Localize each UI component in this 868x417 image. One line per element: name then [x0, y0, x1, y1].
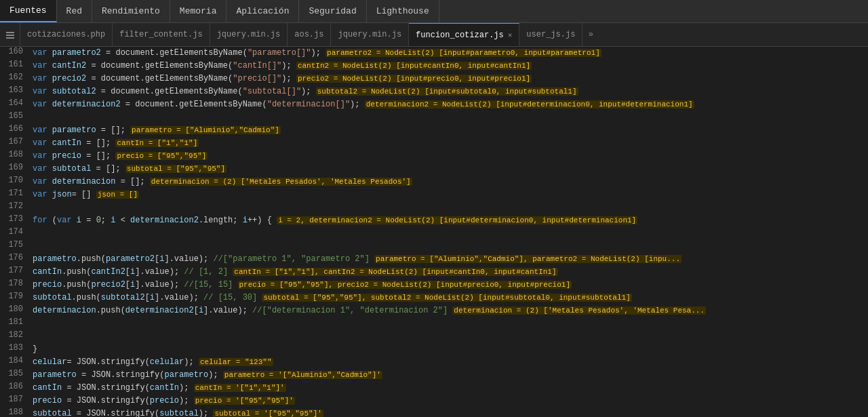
nav-fuentes[interactable]: Fuentes [0, 0, 57, 22]
line-code: subtotal = JSON.stringify(subtotal); sub… [30, 408, 868, 417]
line-number: 182 [5, 330, 30, 343]
table-row: 179 subtotal.push(subtotal2[i].value); /… [5, 292, 868, 304]
close-tab-icon[interactable]: ✕ [508, 31, 513, 39]
table-row: 184 celular= JSON.stringify(celular); ce… [5, 356, 868, 369]
table-row: 188 subtotal = JSON.stringify(subtotal);… [5, 408, 868, 417]
file-tabs: cotizaciones.php filter_content.js jquer… [0, 23, 868, 47]
table-row: 173 for (var i = 0; i < determinacion2.l… [5, 214, 868, 227]
table-row: 163 var subtotal2 = document.getElements… [5, 85, 868, 98]
line-code: determinacion.push(determinacion2[i].val… [30, 304, 868, 317]
line-number: 165 [5, 111, 30, 124]
tab-user-js[interactable]: user_js.js [519, 23, 583, 46]
line-number: 168 [5, 150, 30, 163]
line-number: 171 [5, 188, 30, 201]
line-number: 173 [5, 214, 30, 227]
line-code: precio.push(precio2[i].value); //[15, 15… [30, 279, 868, 292]
line-number: 170 [5, 176, 30, 188]
line-code [30, 330, 868, 343]
nav-memoria[interactable]: Memoria [170, 0, 227, 22]
line-code [30, 317, 868, 330]
line-code [30, 111, 868, 124]
line-code: } [30, 343, 868, 356]
line-number: 169 [5, 163, 30, 176]
line-code: var subtotal2 = document.getElementsByNa… [30, 85, 868, 98]
table-row: 172 [5, 201, 868, 214]
table-row: 181 [5, 317, 868, 330]
sidebar-toggle-icon[interactable] [0, 23, 20, 47]
line-number: 179 [5, 292, 30, 304]
table-row: 174 [5, 227, 868, 240]
nav-lighthouse[interactable]: Lighthouse [367, 0, 439, 22]
top-nav: Fuentes Red Rendimiento Memoria Aplicaci… [0, 0, 868, 23]
tab-jquery-min-1[interactable]: jquery.min.js [210, 23, 288, 46]
line-code: var determinacion2 = document.getElement… [30, 98, 868, 111]
table-row: 176 parametro.push(parametro2[i].value);… [5, 253, 868, 266]
line-number: 172 [5, 201, 30, 214]
line-number: 167 [5, 137, 30, 150]
table-row: 167 var cantIn = []; cantIn = ["1","1"] [5, 137, 868, 150]
line-code: parametro = JSON.stringify(parametro); p… [30, 369, 868, 382]
table-row: 180 determinacion.push(determinacion2[i]… [5, 304, 868, 317]
line-number: 180 [5, 304, 30, 317]
nav-rendimiento[interactable]: Rendimiento [92, 0, 170, 22]
table-row: 186 cantIn = JSON.stringify(cantIn); can… [5, 382, 868, 395]
tab-jquery-min-2[interactable]: jquery.min.js [331, 23, 409, 46]
table-row: 182 [5, 330, 868, 343]
nav-seguridad[interactable]: Seguridad [299, 0, 366, 22]
tab-filter-content[interactable]: filter_content.js [113, 23, 210, 46]
nav-red[interactable]: Red [57, 0, 92, 22]
line-number: 160 [5, 47, 30, 60]
line-code: var parametro2 = document.getElementsByN… [30, 47, 868, 60]
table-row: 177 cantIn.push(cantIn2[i].value); // [1… [5, 266, 868, 279]
line-code: var json= [] json = [] [30, 188, 868, 201]
line-number: 188 [5, 408, 30, 417]
svg-rect-0 [6, 32, 14, 33]
table-row: 183 } [5, 343, 868, 356]
line-number: 177 [5, 266, 30, 279]
line-number: 181 [5, 317, 30, 330]
line-code: precio = JSON.stringify(precio); precio … [30, 395, 868, 408]
line-number: 187 [5, 395, 30, 408]
table-row: 165 [5, 111, 868, 124]
table-row: 187 precio = JSON.stringify(precio); pre… [5, 395, 868, 408]
code-area: 160 var parametro2 = document.getElement… [0, 47, 868, 417]
table-row: 175 [5, 240, 868, 253]
line-number: 162 [5, 73, 30, 85]
svg-rect-1 [6, 35, 14, 36]
line-code: celular= JSON.stringify(celular); celula… [30, 356, 868, 369]
code-content[interactable]: 160 var parametro2 = document.getElement… [0, 47, 868, 417]
table-row: 169 var subtotal = []; subtotal = ["95",… [5, 163, 868, 176]
tab-aos[interactable]: aos.js [288, 23, 331, 46]
tab-funcion-cotizar-label: funcion_cotizar.js [416, 31, 504, 40]
line-code: var precio = []; precio = ["95","95"] [30, 150, 868, 163]
line-code: parametro.push(parametro2[i].value); //[… [30, 253, 868, 266]
line-number: 175 [5, 240, 30, 253]
line-number: 163 [5, 85, 30, 98]
table-row: 168 var precio = []; precio = ["95","95"… [5, 150, 868, 163]
line-number: 186 [5, 382, 30, 395]
line-number: 161 [5, 60, 30, 73]
line-number: 185 [5, 369, 30, 382]
line-number: 183 [5, 343, 30, 356]
line-number: 176 [5, 253, 30, 266]
line-code: var precio2 = document.getElementsByName… [30, 73, 868, 85]
tab-cotizaciones[interactable]: cotizaciones.php [20, 23, 113, 46]
line-number: 164 [5, 98, 30, 111]
table-row: 178 precio.push(precio2[i].value); //[15… [5, 279, 868, 292]
line-code: var cantIn = []; cantIn = ["1","1"] [30, 137, 868, 150]
line-number: 178 [5, 279, 30, 292]
nav-aplicacion[interactable]: Aplicación [226, 0, 299, 22]
line-code [30, 240, 868, 253]
table-row: 170 var determinacion = []; determinacio… [5, 176, 868, 188]
line-code: cantIn.push(cantIn2[i].value); // [1, 2]… [30, 266, 868, 279]
tab-funcion-cotizar[interactable]: funcion_cotizar.js ✕ [409, 23, 519, 46]
table-row: 185 parametro = JSON.stringify(parametro… [5, 369, 868, 382]
line-number: 184 [5, 356, 30, 369]
table-row: 164 var determinacion2 = document.getEle… [5, 98, 868, 111]
tabs-scroll-right-icon[interactable]: » [583, 23, 599, 46]
line-code: var determinacion = []; determinacion = … [30, 176, 868, 188]
line-code: var cantIn2 = document.getElementsByName… [30, 60, 868, 73]
table-row: 171 var json= [] json = [] [5, 188, 868, 201]
line-code [30, 227, 868, 240]
line-code: var subtotal = []; subtotal = ["95","95"… [30, 163, 868, 176]
